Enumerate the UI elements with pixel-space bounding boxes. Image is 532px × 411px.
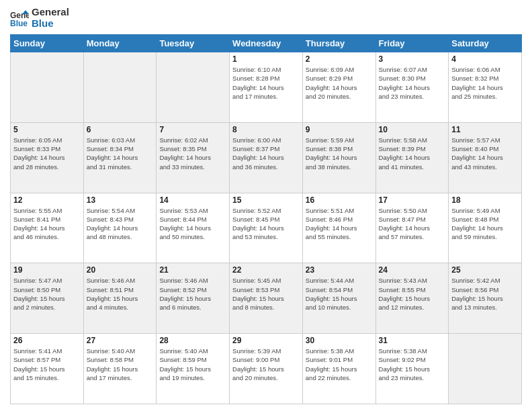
calendar-table: SundayMondayTuesdayWednesdayThursdayFrid… <box>10 34 522 404</box>
calendar-cell: 22Sunrise: 5:45 AM Sunset: 8:53 PM Dayli… <box>230 263 303 334</box>
day-number: 4 <box>451 54 519 64</box>
day-info: Sunrise: 6:03 AM Sunset: 8:34 PM Dayligh… <box>87 136 154 171</box>
day-header-wednesday: Wednesday <box>230 35 303 52</box>
day-number: 25 <box>451 265 519 275</box>
day-info: Sunrise: 5:46 AM Sunset: 8:51 PM Dayligh… <box>87 276 154 312</box>
day-number: 13 <box>87 195 154 205</box>
calendar-cell: 23Sunrise: 5:44 AM Sunset: 8:54 PM Dayli… <box>302 263 375 334</box>
day-number: 6 <box>87 125 154 134</box>
day-number: 14 <box>159 195 226 205</box>
day-number: 9 <box>306 125 373 134</box>
calendar-cell: 15Sunrise: 5:52 AM Sunset: 8:45 PM Dayli… <box>230 193 303 263</box>
calendar-cell: 21Sunrise: 5:46 AM Sunset: 8:52 PM Dayli… <box>157 263 230 334</box>
day-info: Sunrise: 5:52 AM Sunset: 8:45 PM Dayligh… <box>232 206 300 242</box>
calendar-cell: 19Sunrise: 5:47 AM Sunset: 8:50 PM Dayli… <box>11 263 84 334</box>
calendar-cell <box>157 52 230 123</box>
calendar-cell: 31Sunrise: 5:38 AM Sunset: 9:02 PM Dayli… <box>375 334 449 404</box>
calendar-week-row: 12Sunrise: 5:55 AM Sunset: 8:41 PM Dayli… <box>11 193 522 263</box>
day-info: Sunrise: 5:55 AM Sunset: 8:41 PM Dayligh… <box>13 206 81 242</box>
calendar-cell <box>449 334 522 404</box>
calendar-cell: 4Sunrise: 6:06 AM Sunset: 8:32 PM Daylig… <box>449 52 522 123</box>
day-info: Sunrise: 5:39 AM Sunset: 9:00 PM Dayligh… <box>232 347 300 382</box>
day-number: 20 <box>87 265 154 275</box>
day-info: Sunrise: 5:58 AM Sunset: 8:39 PM Dayligh… <box>379 136 446 171</box>
calendar-cell <box>11 52 84 123</box>
day-info: Sunrise: 6:02 AM Sunset: 8:35 PM Dayligh… <box>159 136 226 171</box>
calendar-cell: 13Sunrise: 5:54 AM Sunset: 8:43 PM Dayli… <box>83 193 157 263</box>
calendar-cell: 10Sunrise: 5:58 AM Sunset: 8:39 PM Dayli… <box>375 122 449 193</box>
day-number: 3 <box>379 54 446 64</box>
day-number: 5 <box>13 125 81 134</box>
calendar-cell: 29Sunrise: 5:39 AM Sunset: 9:00 PM Dayli… <box>230 334 303 404</box>
logo: General Blue General Blue <box>10 7 69 29</box>
day-header-thursday: Thursday <box>302 35 375 52</box>
day-header-sunday: Sunday <box>11 35 84 52</box>
day-info: Sunrise: 5:43 AM Sunset: 8:55 PM Dayligh… <box>379 276 446 312</box>
day-info: Sunrise: 5:47 AM Sunset: 8:50 PM Dayligh… <box>13 276 81 312</box>
day-number: 18 <box>451 195 519 205</box>
calendar-week-row: 5Sunrise: 6:05 AM Sunset: 8:33 PM Daylig… <box>11 122 522 193</box>
logo-text-blue: Blue <box>32 18 69 30</box>
calendar-cell <box>83 52 157 123</box>
calendar-cell: 8Sunrise: 6:00 AM Sunset: 8:37 PM Daylig… <box>230 122 303 193</box>
svg-text:Blue: Blue <box>10 19 28 28</box>
logo-text-general: General <box>32 7 69 18</box>
day-number: 19 <box>13 265 81 275</box>
calendar-cell: 2Sunrise: 6:09 AM Sunset: 8:29 PM Daylig… <box>302 52 375 123</box>
calendar-cell: 3Sunrise: 6:07 AM Sunset: 8:30 PM Daylig… <box>375 52 449 123</box>
day-info: Sunrise: 5:59 AM Sunset: 8:38 PM Dayligh… <box>306 136 373 171</box>
day-header-friday: Friday <box>375 35 449 52</box>
day-number: 30 <box>306 336 373 345</box>
calendar-cell: 17Sunrise: 5:50 AM Sunset: 8:47 PM Dayli… <box>375 193 449 263</box>
day-number: 23 <box>306 265 373 275</box>
day-header-tuesday: Tuesday <box>157 35 230 52</box>
page: General Blue General Blue SundayMondayTu… <box>0 0 532 411</box>
day-info: Sunrise: 5:41 AM Sunset: 8:57 PM Dayligh… <box>13 347 81 382</box>
day-info: Sunrise: 5:50 AM Sunset: 8:47 PM Dayligh… <box>379 206 446 242</box>
calendar-cell: 6Sunrise: 6:03 AM Sunset: 8:34 PM Daylig… <box>83 122 157 193</box>
calendar-cell: 1Sunrise: 6:10 AM Sunset: 8:28 PM Daylig… <box>230 52 303 123</box>
day-info: Sunrise: 5:40 AM Sunset: 8:59 PM Dayligh… <box>159 347 226 382</box>
calendar-cell: 7Sunrise: 6:02 AM Sunset: 8:35 PM Daylig… <box>157 122 230 193</box>
day-number: 16 <box>306 195 373 205</box>
calendar-cell: 14Sunrise: 5:53 AM Sunset: 8:44 PM Dayli… <box>157 193 230 263</box>
calendar-cell: 18Sunrise: 5:49 AM Sunset: 8:48 PM Dayli… <box>449 193 522 263</box>
day-info: Sunrise: 5:45 AM Sunset: 8:53 PM Dayligh… <box>232 276 300 312</box>
day-info: Sunrise: 5:53 AM Sunset: 8:44 PM Dayligh… <box>159 206 226 242</box>
day-number: 7 <box>159 125 226 134</box>
day-info: Sunrise: 5:42 AM Sunset: 8:56 PM Dayligh… <box>451 276 519 312</box>
day-header-monday: Monday <box>83 35 157 52</box>
calendar-header-row: SundayMondayTuesdayWednesdayThursdayFrid… <box>11 35 522 52</box>
day-number: 27 <box>87 336 154 345</box>
day-number: 24 <box>379 265 446 275</box>
calendar-cell: 9Sunrise: 5:59 AM Sunset: 8:38 PM Daylig… <box>302 122 375 193</box>
calendar-cell: 16Sunrise: 5:51 AM Sunset: 8:46 PM Dayli… <box>302 193 375 263</box>
day-info: Sunrise: 6:06 AM Sunset: 8:32 PM Dayligh… <box>451 65 519 101</box>
calendar-cell: 5Sunrise: 6:05 AM Sunset: 8:33 PM Daylig… <box>11 122 84 193</box>
logo-icon: General Blue <box>10 9 29 28</box>
day-info: Sunrise: 5:40 AM Sunset: 8:58 PM Dayligh… <box>87 347 154 382</box>
day-info: Sunrise: 5:54 AM Sunset: 8:43 PM Dayligh… <box>87 206 154 242</box>
calendar-cell: 11Sunrise: 5:57 AM Sunset: 8:40 PM Dayli… <box>449 122 522 193</box>
day-number: 8 <box>232 125 300 134</box>
day-number: 2 <box>306 54 373 64</box>
calendar-cell: 26Sunrise: 5:41 AM Sunset: 8:57 PM Dayli… <box>11 334 84 404</box>
day-info: Sunrise: 5:44 AM Sunset: 8:54 PM Dayligh… <box>306 276 373 312</box>
day-info: Sunrise: 6:07 AM Sunset: 8:30 PM Dayligh… <box>379 65 446 101</box>
calendar-cell: 24Sunrise: 5:43 AM Sunset: 8:55 PM Dayli… <box>375 263 449 334</box>
day-info: Sunrise: 5:57 AM Sunset: 8:40 PM Dayligh… <box>451 136 519 171</box>
calendar-cell: 27Sunrise: 5:40 AM Sunset: 8:58 PM Dayli… <box>83 334 157 404</box>
day-info: Sunrise: 5:38 AM Sunset: 9:02 PM Dayligh… <box>379 347 446 382</box>
day-info: Sunrise: 5:38 AM Sunset: 9:01 PM Dayligh… <box>306 347 373 382</box>
day-info: Sunrise: 5:49 AM Sunset: 8:48 PM Dayligh… <box>451 206 519 242</box>
calendar-cell: 30Sunrise: 5:38 AM Sunset: 9:01 PM Dayli… <box>302 334 375 404</box>
day-number: 17 <box>379 195 446 205</box>
day-number: 28 <box>159 336 226 345</box>
day-number: 21 <box>159 265 226 275</box>
day-number: 31 <box>379 336 446 345</box>
day-number: 1 <box>232 54 300 64</box>
day-number: 26 <box>13 336 81 345</box>
day-number: 15 <box>232 195 300 205</box>
day-info: Sunrise: 6:00 AM Sunset: 8:37 PM Dayligh… <box>232 136 300 171</box>
day-header-saturday: Saturday <box>449 35 522 52</box>
